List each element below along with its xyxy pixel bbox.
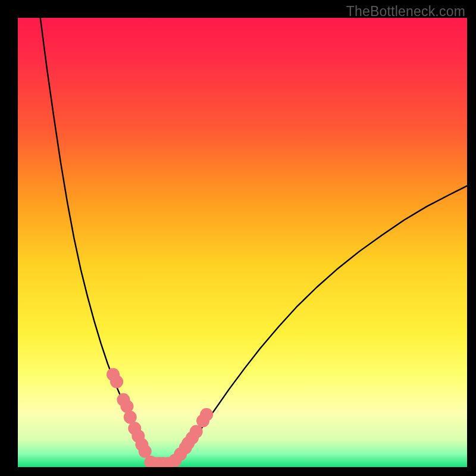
watermark-text: TheBottleneck.com — [346, 4, 465, 20]
gradient-background — [18, 18, 467, 467]
highlight-dot — [190, 425, 203, 438]
plot-area — [18, 18, 467, 467]
frame-border: TheBottleneck.com — [0, 0, 476, 476]
highlight-dot — [110, 375, 123, 389]
highlight-dot — [124, 411, 137, 424]
highlight-dot — [200, 408, 213, 421]
plot-svg — [18, 18, 467, 467]
